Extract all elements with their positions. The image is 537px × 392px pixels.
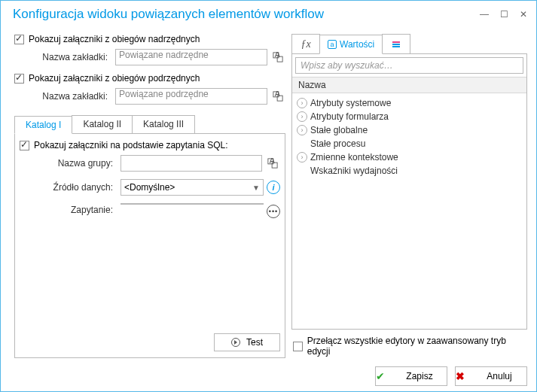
child-attachments-label: Pokazuj załączniki z obiegów podrzędnych bbox=[29, 73, 200, 84]
left-column: Pokazuj załączniki z obiegów nadrzędnych… bbox=[14, 34, 285, 358]
more-options-icon[interactable]: ••• bbox=[267, 205, 280, 218]
tree-item[interactable]: ›Zmienne kontekstowe bbox=[297, 150, 522, 164]
query-label: Zapytanie: bbox=[20, 203, 117, 215]
advanced-mode-label: Przełącz wszystkie edytory w zaawansowan… bbox=[307, 336, 526, 357]
svg-text:A: A bbox=[270, 158, 275, 165]
child-attachments-checkbox-row: Pokazuj załączniki z obiegów podrzędnych bbox=[14, 73, 285, 84]
parent-tabname-input[interactable]: Powiązane nadrzędne bbox=[115, 49, 267, 65]
play-icon bbox=[231, 338, 240, 347]
tab-catalog-1[interactable]: Katalog I bbox=[14, 116, 72, 134]
sql-checkbox[interactable] bbox=[20, 141, 29, 150]
expand-icon[interactable]: › bbox=[297, 111, 307, 122]
svg-text:A: A bbox=[275, 91, 280, 98]
check-icon: ✔ bbox=[376, 370, 385, 382]
right-tabs: ƒx a Wartości bbox=[291, 34, 527, 54]
info-icon[interactable]: i bbox=[267, 181, 280, 194]
fx-icon: ƒx bbox=[301, 38, 310, 50]
maximize-button[interactable]: ☐ bbox=[499, 9, 509, 20]
parent-attachments-checkbox-row: Pokazuj załączniki z obiegów nadrzędnych bbox=[14, 34, 285, 44]
tree-item[interactable]: ›Atrybuty formularza bbox=[297, 110, 522, 123]
expand-icon bbox=[297, 166, 307, 176]
tab-values[interactable]: a Wartości bbox=[319, 35, 383, 54]
values-panel: Wpisz aby wyszukać… Nazwa ›Atrybuty syst… bbox=[291, 54, 527, 330]
expand-icon[interactable]: › bbox=[297, 125, 307, 135]
tree-item[interactable]: ›Atrybuty systemowe bbox=[297, 96, 522, 110]
minimize-button[interactable]: — bbox=[479, 9, 490, 20]
tree-item[interactable]: Stałe procesu bbox=[297, 137, 522, 150]
parent-tabname-row: Nazwa zakładki: Powiązane nadrzędne A bbox=[14, 49, 285, 65]
body: Pokazuj załączniki z obiegów nadrzędnych… bbox=[1, 28, 536, 361]
child-attachments-checkbox[interactable] bbox=[14, 74, 24, 84]
parent-attachments-label: Pokazuj załączniki z obiegów nadrzędnych bbox=[29, 34, 200, 44]
window-controls: — ☐ ✕ bbox=[479, 9, 529, 20]
query-textarea[interactable] bbox=[121, 203, 264, 205]
catalog-tabs: Katalog I Katalog II Katalog III bbox=[14, 115, 285, 134]
group-name-label: Nazwa grupy: bbox=[20, 158, 117, 169]
group-name-input[interactable] bbox=[121, 155, 262, 172]
group-name-row: Nazwa grupy: A bbox=[20, 155, 280, 172]
tab-catalog-3[interactable]: Katalog III bbox=[132, 115, 195, 133]
tree-header: Nazwa bbox=[292, 77, 526, 93]
child-tabname-input[interactable]: Powiązane podrzędne bbox=[115, 88, 267, 105]
svg-text:A: A bbox=[275, 52, 280, 59]
tab-list[interactable] bbox=[382, 34, 410, 53]
chevron-down-icon: ▼ bbox=[252, 184, 260, 192]
close-button[interactable]: ✕ bbox=[518, 9, 529, 20]
save-button[interactable]: ✔ Zapisz bbox=[375, 366, 447, 386]
search-input[interactable]: Wpisz aby wyszukać… bbox=[295, 57, 523, 74]
tab-catalog-2[interactable]: Katalog II bbox=[72, 115, 133, 133]
values-icon: a bbox=[328, 40, 337, 49]
child-tabname-row: Nazwa zakładki: Powiązane podrzędne A bbox=[14, 88, 285, 105]
tree-item[interactable]: Wskaźniki wydajności bbox=[297, 164, 522, 178]
tab-fx[interactable]: ƒx bbox=[291, 34, 320, 53]
advanced-mode-row: Przełącz wszystkie edytory w zaawansowan… bbox=[291, 334, 527, 358]
window-title: Konfiguracja widoku powiązanych elementó… bbox=[13, 7, 479, 22]
parent-attachments-checkbox[interactable] bbox=[14, 35, 24, 44]
footer: ✔ Zapisz ✖ Anuluj bbox=[1, 361, 536, 391]
test-button[interactable]: Test bbox=[214, 333, 280, 351]
translate-icon[interactable]: A bbox=[270, 89, 285, 104]
cancel-button[interactable]: ✖ Anuluj bbox=[455, 366, 527, 386]
translate-icon[interactable]: A bbox=[270, 50, 285, 65]
expand-icon[interactable]: › bbox=[297, 98, 307, 108]
sql-checkbox-row: Pokazuj załączniki na podstawie zapytani… bbox=[20, 140, 280, 150]
tree-item[interactable]: ›Stałe globalne bbox=[297, 123, 522, 137]
catalog-tab-body: Pokazuj załączniki na podstawie zapytani… bbox=[14, 134, 285, 358]
translate-icon[interactable]: A bbox=[265, 156, 280, 171]
titlebar: Konfiguracja widoku powiązanych elementó… bbox=[1, 1, 536, 28]
child-tabname-label: Nazwa zakładki: bbox=[14, 91, 112, 102]
sql-checkbox-label: Pokazuj załączniki na podstawie zapytani… bbox=[34, 140, 227, 150]
expand-icon[interactable]: › bbox=[297, 152, 307, 163]
query-row: Zapytanie: ••• bbox=[20, 203, 280, 321]
cancel-icon: ✖ bbox=[456, 370, 465, 382]
data-source-row: Źródło danych: <Domyślne> ▼ i bbox=[20, 179, 280, 196]
right-column: ƒx a Wartości Wpisz aby wyszukać… Nazwa … bbox=[291, 34, 527, 358]
expand-icon bbox=[297, 138, 307, 149]
data-source-label: Źródło danych: bbox=[20, 182, 117, 193]
data-source-select[interactable]: <Domyślne> ▼ bbox=[121, 179, 264, 196]
advanced-mode-checkbox[interactable] bbox=[293, 342, 303, 351]
list-icon bbox=[392, 41, 400, 47]
parent-tabname-label: Nazwa zakładki: bbox=[14, 52, 112, 62]
config-window: Konfiguracja widoku powiązanych elementó… bbox=[0, 0, 537, 392]
values-tree: ›Atrybuty systemowe ›Atrybuty formularza… bbox=[292, 93, 526, 181]
